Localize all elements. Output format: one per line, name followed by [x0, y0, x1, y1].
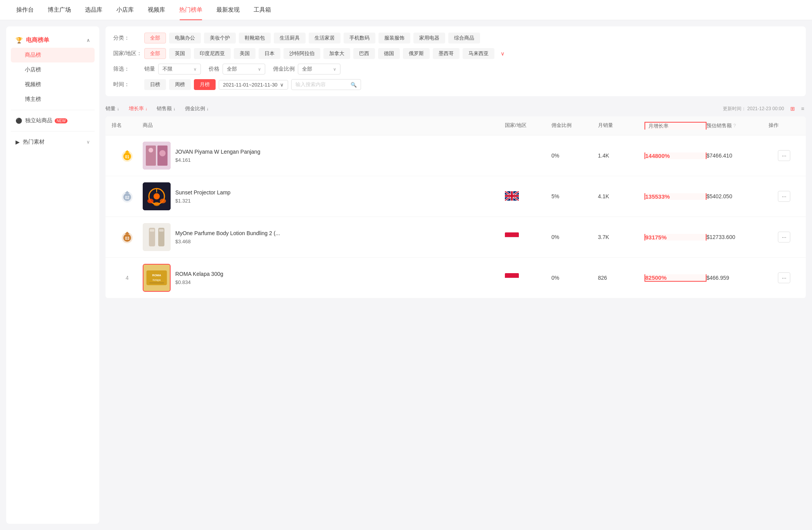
region-show-more[interactable]: ∨ — [501, 50, 504, 57]
time-btn-daily[interactable]: 日榜 — [144, 79, 166, 90]
action-btn-1[interactable]: ··· — [778, 150, 790, 161]
nav-item-1[interactable]: 博主广场 — [41, 0, 78, 20]
region-tag-ca[interactable]: 加拿大 — [323, 48, 350, 59]
product-info-4: ROMA Kelapa 300g $0.834 — [175, 270, 223, 286]
sidebar-item-blogger[interactable]: 博主榜 — [11, 92, 95, 107]
svg-text:01: 01 — [125, 155, 130, 159]
chevron-down-icon: ∨ — [86, 139, 90, 145]
sidebar-item-hot-material[interactable]: ▶ 热门素材 ∨ — [11, 135, 95, 149]
region-tag-ru[interactable]: 俄罗斯 — [403, 48, 430, 59]
screen-label: 筛选： — [113, 66, 144, 73]
update-time: 更新时间： 2021-12-23 00:00 — [723, 106, 784, 112]
commission-cell-4: 0% — [551, 275, 598, 281]
product-cell-3: MyOne Parfume Body Lotion Bundling 2 (..… — [143, 223, 505, 251]
region-tag-id[interactable]: 印度尼西亚 — [194, 48, 231, 59]
action-btn-4[interactable]: ··· — [778, 272, 790, 283]
category-tag-shoes[interactable]: 鞋靴箱包 — [239, 33, 271, 43]
grid-view-btn[interactable]: ⊞ — [789, 105, 796, 113]
sidebar-item-video[interactable]: 视频榜 — [11, 77, 95, 92]
region-tag-my[interactable]: 马来西亚 — [463, 48, 494, 59]
sort-revenue-label: 销售额 — [157, 105, 172, 112]
region-tag-mx[interactable]: 墨西哥 — [433, 48, 460, 59]
search-box[interactable]: 输入搜索内容 🔍 — [291, 79, 361, 90]
list-view-btn[interactable]: ≡ — [800, 105, 806, 113]
product-image-1 — [143, 142, 171, 170]
nav-item-4[interactable]: 视频库 — [141, 0, 172, 20]
nav-item-5[interactable]: 热门榜单 — [172, 0, 209, 20]
product-image-4: ROMA Kelapa — [143, 264, 171, 292]
nav-item-0[interactable]: 操作台 — [9, 0, 41, 20]
category-tag-general[interactable]: 综合商品 — [448, 33, 480, 43]
header-action: 操作 — [769, 122, 800, 130]
region-filter-row: 国家/地区： 全部 英国 印度尼西亚 美国 日本 沙特阿拉伯 加拿大 巴西 德国… — [113, 48, 798, 59]
sort-growth[interactable]: 增长率 ↓ — [129, 105, 148, 112]
revenue-cell-3: $12733.600 — [707, 234, 769, 240]
country-cell-2 — [505, 191, 551, 202]
revenue-cell-4: $466.959 — [707, 275, 769, 281]
new-badge: NEW — [55, 118, 67, 123]
nav-item-3[interactable]: 小店库 — [109, 0, 141, 20]
svg-point-7 — [159, 150, 166, 156]
sort-sales-arrow: ↓ — [117, 106, 119, 111]
sort-revenue[interactable]: 销售额 ↓ — [157, 105, 176, 112]
category-tag-mobile[interactable]: 手机数码 — [344, 33, 375, 43]
category-tag-all[interactable]: 全部 — [144, 33, 166, 43]
commission-select-value: 全部 — [302, 66, 312, 73]
sort-revenue-arrow: ↓ — [173, 106, 176, 111]
sales-cell-2: 4.1K — [598, 193, 644, 199]
commission-label: 佣金比例 — [273, 66, 295, 73]
search-placeholder: 输入搜索内容 — [295, 81, 326, 88]
region-tag-us[interactable]: 美国 — [234, 48, 256, 59]
revenue-cell-1: $7466.410 — [707, 152, 769, 159]
product-cell-4: ROMA Kelapa ROMA Kelapa 300g $0.834 — [143, 264, 505, 292]
country-cell-4 — [505, 273, 551, 282]
filter-bar: 分类： 全部 电脑办公 美妆个护 鞋靴箱包 生活厨具 生活家居 手机数码 服装服… — [105, 26, 806, 96]
sidebar-item-standalone[interactable]: ⚫ 独立站商品 NEW — [11, 113, 95, 128]
category-tag-beauty[interactable]: 美妆个护 — [204, 33, 236, 43]
product-price-4: $0.834 — [175, 279, 223, 285]
action-btn-2[interactable]: ··· — [778, 191, 790, 202]
hot-material-label: 热门素材 — [23, 139, 45, 145]
nav-item-6[interactable]: 最新发现 — [209, 0, 247, 20]
price-select[interactable]: 全部 ∨ — [223, 64, 265, 74]
svg-point-17 — [154, 202, 160, 206]
sort-sales[interactable]: 销量 ↓ — [105, 105, 119, 112]
category-tag-home[interactable]: 生活家居 — [309, 33, 340, 43]
price-label: 价格 — [209, 66, 219, 73]
action-cell-4: ··· — [769, 272, 800, 283]
region-tag-jp[interactable]: 日本 — [259, 48, 280, 59]
svg-point-15 — [147, 199, 154, 203]
time-btn-weekly[interactable]: 周榜 — [169, 79, 191, 90]
region-label: 国家/地区： — [113, 50, 144, 57]
nav-item-7[interactable]: 工具箱 — [247, 0, 278, 20]
sales-select[interactable]: 不限 ∨ — [158, 64, 201, 74]
product-img-svg-3 — [143, 223, 171, 251]
rank-medal-3: 03 — [119, 229, 135, 245]
time-btn-monthly[interactable]: 月榜 — [194, 79, 216, 90]
action-btn-3[interactable]: ··· — [778, 232, 790, 242]
region-tag-all[interactable]: 全部 — [144, 48, 166, 59]
nav-item-2[interactable]: 选品库 — [78, 0, 109, 20]
action-cell-3: ··· — [769, 232, 800, 242]
product-info-2: Sunset Projector Lamp $1.321 — [175, 189, 230, 204]
ecommerce-section-header[interactable]: 🏆 电商榜单 ∧ — [11, 33, 95, 48]
commission-select[interactable]: 全部 ∨ — [298, 64, 340, 74]
sidebar-item-store[interactable]: 小店榜 — [11, 62, 95, 77]
region-tag-sa[interactable]: 沙特阿拉伯 — [283, 48, 320, 59]
region-tag-de[interactable]: 德国 — [378, 48, 400, 59]
revenue-question-icon[interactable]: ? — [733, 123, 736, 128]
region-tag-uk[interactable]: 英国 — [169, 48, 191, 59]
category-tag-computer[interactable]: 电脑办公 — [169, 33, 201, 43]
sort-commission[interactable]: 佣金比例 ↓ — [185, 105, 209, 112]
category-tag-appliance[interactable]: 家用电器 — [413, 33, 445, 43]
sort-bar-right: 更新时间： 2021-12-23 00:00 ⊞ ≡ — [723, 105, 806, 113]
product-info-3: MyOne Parfume Body Lotion Bundling 2 (..… — [175, 230, 280, 245]
category-tag-kitchen[interactable]: 生活厨具 — [274, 33, 306, 43]
region-tag-br[interactable]: 巴西 — [353, 48, 375, 59]
product-name-1: JOVAN Piyama W Lengan Panjang — [175, 148, 260, 156]
main-layout: 🏆 电商榜单 ∧ 商品榜 小店榜 视频榜 博主榜 ⚫ 独立站商品 NEW ▶ 热… — [0, 20, 812, 530]
date-range-picker[interactable]: 2021-11-01~2021-11-30 ∨ — [219, 80, 288, 90]
category-tag-clothing[interactable]: 服装服饰 — [378, 33, 410, 43]
table-row: 03 MyOne Par — [105, 217, 806, 258]
sidebar-item-goods[interactable]: 商品榜 — [11, 48, 95, 62]
